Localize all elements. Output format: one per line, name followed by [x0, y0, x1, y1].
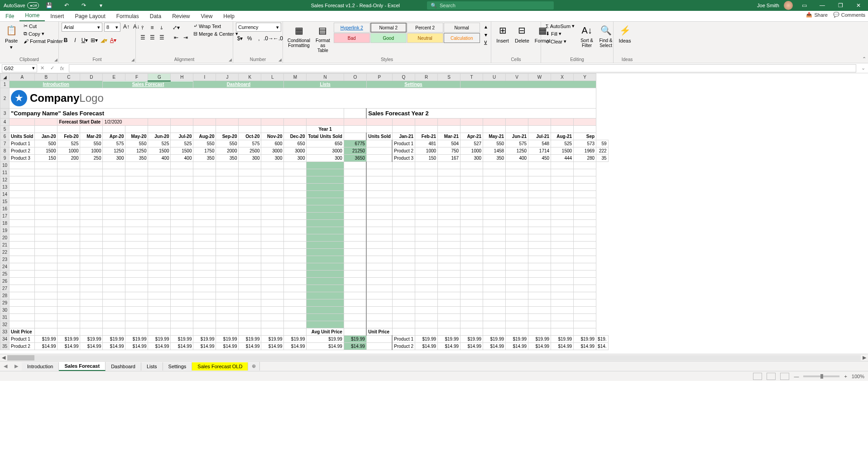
column-header-E[interactable]: E — [103, 74, 125, 81]
cell[interactable] — [551, 271, 574, 278]
cell[interactable]: Product 2 — [392, 343, 415, 350]
cell[interactable] — [506, 256, 528, 263]
cell[interactable] — [366, 227, 392, 234]
column-header-Q[interactable]: Q — [392, 74, 415, 81]
cell[interactable] — [103, 249, 125, 256]
cell[interactable] — [506, 242, 528, 249]
cell[interactable] — [35, 220, 58, 227]
cell[interactable]: 444 — [551, 155, 574, 162]
cell[interactable] — [528, 227, 551, 234]
cell[interactable] — [58, 242, 80, 249]
cell[interactable] — [551, 169, 574, 176]
cell[interactable] — [506, 234, 528, 242]
cell[interactable]: $19.99 — [239, 336, 261, 343]
cell[interactable] — [261, 307, 284, 314]
cell[interactable] — [216, 184, 239, 191]
cell[interactable] — [58, 213, 80, 220]
cell[interactable] — [193, 278, 216, 285]
cell[interactable] — [415, 126, 438, 133]
cell[interactable] — [366, 271, 392, 278]
cell[interactable] — [483, 307, 506, 314]
column-header-P[interactable]: P — [366, 74, 392, 81]
cell[interactable] — [239, 263, 261, 271]
cell[interactable] — [528, 213, 551, 220]
cell[interactable] — [239, 213, 261, 220]
cell[interactable]: $19. — [596, 336, 608, 343]
cell[interactable] — [239, 307, 261, 314]
cell[interactable] — [438, 256, 460, 263]
cell[interactable]: $19.99 — [103, 336, 125, 343]
column-header-G[interactable]: G — [148, 74, 171, 81]
cell[interactable] — [284, 328, 307, 336]
zoom-slider[interactable] — [803, 375, 839, 377]
cell[interactable] — [58, 162, 80, 169]
cell[interactable]: $14.99 — [80, 343, 103, 350]
style-normal2[interactable]: Normal 2 — [370, 23, 407, 33]
cell[interactable] — [344, 162, 366, 169]
forecast-start-label[interactable]: Forecast Start Date — [58, 119, 103, 126]
cell[interactable] — [10, 278, 35, 285]
cell[interactable] — [307, 299, 344, 307]
cell[interactable] — [148, 299, 171, 307]
product-2[interactable]: Product 2 — [10, 147, 35, 155]
cell[interactable] — [460, 119, 483, 126]
row-header-35[interactable]: 35 — [0, 343, 10, 350]
cell[interactable] — [284, 256, 307, 263]
product-1[interactable]: Product 1 — [10, 140, 35, 147]
cell[interactable] — [193, 256, 216, 263]
sheet-tab-lists[interactable]: Lists — [141, 362, 163, 370]
title-year2[interactable]: Sales Forecast Year 2 — [366, 109, 596, 119]
row-header-2[interactable]: 2 — [0, 88, 10, 109]
cell[interactable] — [460, 227, 483, 234]
row-header-21[interactable]: 21 — [0, 242, 10, 249]
cell[interactable] — [35, 176, 58, 184]
cell[interactable] — [344, 314, 366, 321]
cell[interactable] — [506, 191, 528, 198]
cell[interactable] — [261, 213, 284, 220]
cell[interactable] — [35, 234, 58, 242]
tab-insert[interactable]: Insert — [45, 11, 69, 21]
cell[interactable] — [125, 292, 148, 299]
cell[interactable] — [307, 205, 344, 213]
cell[interactable] — [460, 205, 483, 213]
cell[interactable] — [193, 285, 216, 292]
cell[interactable]: 59 — [596, 140, 608, 147]
cell[interactable]: $14.99 — [460, 343, 483, 350]
maximize-icon[interactable]: ❐ — [834, 1, 847, 10]
cell[interactable] — [125, 285, 148, 292]
cell[interactable] — [193, 263, 216, 271]
cell[interactable] — [344, 321, 366, 328]
cell[interactable] — [392, 162, 415, 169]
row-header-3[interactable]: 3 — [0, 109, 10, 119]
cell[interactable] — [58, 299, 80, 307]
cell[interactable] — [574, 220, 596, 227]
cell[interactable] — [551, 162, 574, 169]
conditional-formatting-button[interactable]: ▦ Conditional Formatting — [286, 23, 312, 49]
cell[interactable] — [284, 242, 307, 249]
cell[interactable] — [171, 278, 193, 285]
cell[interactable] — [307, 256, 344, 263]
cell[interactable] — [344, 176, 366, 184]
autosave-toggle[interactable]: AutoSave ● Off — [4, 2, 39, 9]
cell[interactable] — [193, 321, 216, 328]
cell[interactable] — [125, 299, 148, 307]
decrease-indent-icon[interactable]: ⇤ — [172, 33, 180, 42]
cell[interactable] — [344, 234, 366, 242]
cell[interactable] — [344, 292, 366, 299]
units-sold-label-y2[interactable]: Units Sold — [366, 133, 392, 140]
row-header-5[interactable]: 5 — [0, 126, 10, 133]
cell[interactable] — [103, 176, 125, 184]
cell[interactable]: $19.99 — [58, 336, 80, 343]
cell[interactable] — [483, 299, 506, 307]
cell[interactable] — [10, 162, 35, 169]
cell[interactable] — [366, 126, 392, 133]
cell[interactable] — [392, 278, 415, 285]
cell[interactable] — [35, 198, 58, 205]
cell[interactable] — [460, 285, 483, 292]
cell[interactable]: $14.99 — [307, 343, 344, 350]
cell[interactable] — [344, 133, 366, 140]
cell[interactable] — [344, 328, 366, 336]
cell[interactable] — [284, 162, 307, 169]
product-3[interactable]: Product 3 — [10, 155, 35, 162]
cell[interactable]: 550 — [193, 140, 216, 147]
